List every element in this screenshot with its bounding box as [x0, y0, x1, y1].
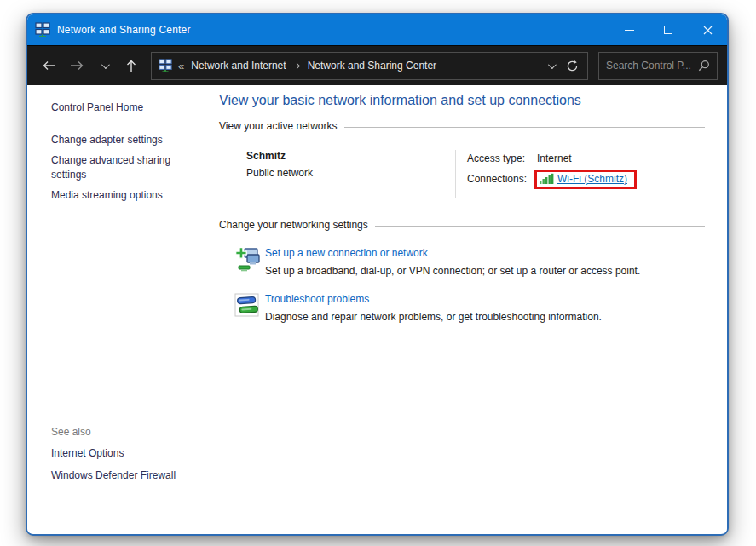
- setup-connection-description: Set up a broadband, dial-up, or VPN conn…: [265, 265, 640, 277]
- sidebar-item-media-streaming-options[interactable]: Media streaming options: [51, 188, 186, 203]
- active-networks-section-header: View your active networks: [219, 120, 705, 132]
- sidebar-item-change-advanced-sharing-settings[interactable]: Change advanced sharing settings: [51, 153, 186, 182]
- network-type: Public network: [246, 167, 455, 179]
- troubleshoot-link[interactable]: Troubleshoot problems: [265, 293, 602, 305]
- navigation-bar: « Network and Internet Network and Shari…: [27, 45, 727, 85]
- section-divider: [344, 127, 705, 128]
- network-details: Access type: Internet Connections:: [455, 150, 705, 198]
- access-type-row: Access type: Internet: [467, 150, 705, 167]
- maximize-button[interactable]: [649, 14, 688, 45]
- section-divider: [375, 226, 705, 227]
- networking-settings-section: Change your networking settings: [219, 219, 705, 323]
- sidebar-item-internet-options[interactable]: Internet Options: [51, 446, 186, 461]
- maximize-icon: [664, 26, 672, 34]
- troubleshoot-item: Troubleshoot problems Diagnose and repai…: [219, 291, 705, 323]
- search-icon[interactable]: [698, 60, 710, 72]
- breadcrumb-separator-icon: [294, 62, 300, 68]
- back-button[interactable]: [37, 53, 62, 78]
- setup-connection-link[interactable]: Set up a new connection or network: [265, 247, 640, 259]
- connections-row: Connections: Wi-Fi (Schmitz): [467, 170, 705, 187]
- sidebar-item-control-panel-home[interactable]: Control Panel Home: [51, 101, 208, 113]
- breadcrumb-item-network-sharing-center[interactable]: Network and Sharing Center: [308, 60, 436, 72]
- page-title: View your basic network information and …: [219, 93, 705, 108]
- close-button[interactable]: [688, 14, 727, 45]
- main-pane: View your basic network information and …: [208, 85, 727, 533]
- network-sharing-center-icon: [35, 22, 50, 37]
- wifi-signal-icon: [540, 173, 554, 184]
- access-type-value: Internet: [537, 152, 572, 164]
- forward-button[interactable]: [64, 53, 89, 78]
- address-bar-tail: [548, 60, 582, 72]
- forward-arrow-icon: [70, 60, 84, 71]
- settings-section-title: Change your networking settings: [219, 219, 368, 231]
- setup-connection-item: Set up a new connection or network Set u…: [219, 245, 705, 277]
- connection-link-highlight-box: Wi-Fi (Schmitz): [534, 170, 637, 189]
- recent-pages-button[interactable]: [91, 53, 117, 78]
- settings-section-header: Change your networking settings: [219, 219, 705, 231]
- setup-connection-text: Set up a new connection or network Set u…: [265, 245, 640, 277]
- see-also-section: See also Internet Options Windows Defend…: [51, 426, 186, 491]
- address-dropdown-chevron-icon[interactable]: [548, 60, 557, 69]
- address-bar[interactable]: « Network and Internet Network and Shari…: [151, 52, 588, 80]
- back-arrow-icon: [43, 60, 56, 71]
- troubleshoot-icon: [234, 291, 261, 319]
- sidebar-item-windows-defender-firewall[interactable]: Windows Defender Firewall: [51, 468, 186, 483]
- active-network-row: Schmitz Public network Access type: Inte…: [219, 150, 705, 198]
- access-type-label: Access type:: [467, 152, 537, 164]
- address-location-icon: [159, 59, 172, 72]
- connections-label: Connections:: [467, 173, 537, 185]
- minimize-icon: [625, 30, 634, 31]
- titlebar: Network and Sharing Center: [27, 14, 727, 45]
- search-input[interactable]: [606, 60, 698, 72]
- chevron-down-icon: [101, 60, 109, 69]
- sidebar-item-change-adapter-settings[interactable]: Change adapter settings: [51, 133, 186, 147]
- close-icon: [703, 26, 713, 35]
- refresh-icon[interactable]: [566, 60, 579, 72]
- window-title: Network and Sharing Center: [57, 24, 191, 36]
- new-connection-icon: [234, 245, 261, 273]
- troubleshoot-text: Troubleshoot problems Diagnose and repai…: [265, 291, 602, 323]
- breadcrumb-overflow-chevrons[interactable]: «: [178, 60, 184, 72]
- window-controls: [609, 14, 727, 45]
- up-arrow-icon: [126, 60, 136, 72]
- breadcrumb-item-network-and-internet[interactable]: Network and Internet: [191, 60, 286, 72]
- see-also-heading: See also: [51, 426, 186, 438]
- minimize-button[interactable]: [609, 14, 649, 45]
- active-networks-section-title: View your active networks: [219, 120, 338, 132]
- network-sharing-center-window: Network and Sharing Center: [26, 13, 729, 536]
- troubleshoot-description: Diagnose and repair network problems, or…: [265, 311, 602, 323]
- sidebar: Control Panel Home Change adapter settin…: [27, 85, 208, 533]
- network-identity: Schmitz Public network: [219, 150, 455, 198]
- network-name: Schmitz: [246, 150, 455, 162]
- wifi-connection-link[interactable]: Wi-Fi (Schmitz): [557, 173, 627, 185]
- up-button[interactable]: [118, 53, 144, 78]
- content-area: Control Panel Home Change adapter settin…: [27, 85, 727, 533]
- search-box[interactable]: [598, 52, 718, 80]
